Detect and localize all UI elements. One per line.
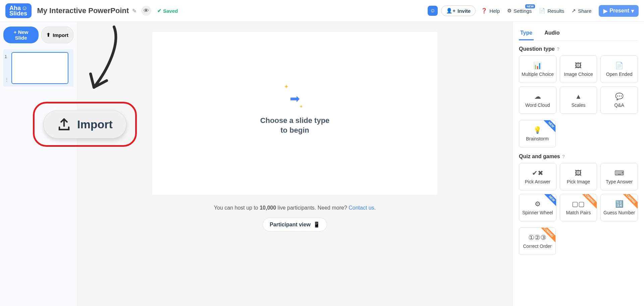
help-icon[interactable]: ?	[562, 154, 565, 159]
editor-canvas-area: ✦ ➡ ✦ Choose a slide typeto begin You ca…	[77, 22, 513, 306]
image-icon: 🖼	[575, 62, 582, 70]
type-correct-order[interactable]: ①②③Correct OrderCOMING	[519, 227, 556, 255]
participant-view-button[interactable]: Participant view 📱	[263, 218, 327, 231]
new-slide-button[interactable]: + New Slide	[3, 27, 39, 43]
help-icon[interactable]: ?	[557, 46, 560, 52]
chat-icon: 💬	[615, 92, 624, 100]
share-icon: ↗	[572, 8, 576, 14]
user-avatar[interactable]: ☺	[428, 6, 438, 16]
person-plus-icon: 👤+	[446, 8, 455, 14]
annotation-arrow-icon	[84, 24, 124, 91]
slide-item[interactable]: 1 ⋮	[3, 49, 73, 87]
type-scales[interactable]: ▲Scales	[560, 86, 597, 114]
type-image-choice[interactable]: 🖼Image Choice	[560, 55, 597, 83]
type-guess-number[interactable]: 🔢Guess NumberCOMING	[600, 194, 638, 221]
type-qa[interactable]: 💬Q&A	[600, 86, 638, 114]
order-icon: ①②③	[528, 233, 546, 242]
upload-icon	[57, 117, 71, 131]
section-quiz-games: Quiz and games?	[519, 154, 638, 160]
tab-audio[interactable]: Audio	[543, 27, 561, 40]
lightbulb-icon: 💡	[533, 126, 542, 134]
bar-chart-icon: 📊	[533, 61, 542, 70]
empty-state-text: Choose a slide typeto begin	[260, 116, 330, 135]
mobile-icon: 📱	[313, 221, 320, 228]
file-icon: 📄	[539, 8, 545, 14]
type-match-pairs[interactable]: ▢▢Match PairsCOMING	[560, 194, 597, 221]
new-badge: NEW	[525, 4, 535, 8]
sparkle-icon: ✦	[284, 83, 289, 90]
logo[interactable]: Aha☺ Slides	[5, 3, 32, 18]
image-icon: 🖼	[575, 169, 582, 177]
type-multiple-choice[interactable]: 📊Multiple Choice	[519, 55, 556, 83]
import-button[interactable]: ⬆ Import	[41, 27, 73, 43]
type-word-cloud[interactable]: ☁Word Cloud	[519, 86, 556, 114]
pairs-icon: ▢▢	[572, 200, 585, 208]
contact-link[interactable]: Contact us	[348, 205, 374, 211]
header-right: ☺ 👤+ Invite ❓Help ⚙Settings NEW 📄Results…	[428, 5, 639, 17]
cloud-icon: ☁	[534, 92, 541, 100]
sparkle-icon: ✦	[299, 104, 303, 109]
play-icon: ▶	[603, 8, 607, 14]
section-question-type: Question type?	[519, 46, 638, 52]
present-button[interactable]: ▶ Present ▾	[599, 5, 639, 17]
slide-canvas: ✦ ➡ ✦ Choose a slide typeto begin	[152, 32, 437, 195]
triangle-icon: ▲	[575, 93, 582, 100]
type-pick-image[interactable]: 🖼Pick Image	[560, 163, 597, 190]
chevron-down-icon: ▾	[631, 8, 634, 14]
import-callout: Import	[33, 102, 137, 147]
panel-tabs: Type Audio	[519, 27, 638, 41]
help-icon: ❓	[481, 8, 487, 14]
presentation-title[interactable]: My Interactive PowerPoint	[37, 6, 129, 15]
share-button[interactable]: ↗Share	[570, 6, 593, 15]
slide-number: 1	[5, 54, 9, 59]
tab-type[interactable]: Type	[519, 27, 534, 40]
host-info-text: You can host up to 10,000 live participa…	[214, 205, 376, 211]
slide-thumbnail[interactable]	[11, 52, 68, 84]
number-icon: 🔢	[615, 200, 624, 208]
check-icon: ✔	[157, 8, 162, 14]
type-brainstorm[interactable]: 💡Brainstorm NEW	[519, 120, 556, 147]
type-pick-answer[interactable]: ✔✖Pick Answer	[519, 163, 556, 190]
slide-panel: + New Slide ⬆ Import 1 ⋮	[0, 22, 77, 306]
help-button[interactable]: ❓Help	[479, 6, 502, 15]
check-x-icon: ✔✖	[532, 169, 543, 177]
type-spinner-wheel[interactable]: ⚙Spinner WheelNEW	[519, 194, 556, 221]
document-icon: 📄	[615, 61, 624, 70]
preview-icon[interactable]: 👁	[141, 6, 151, 16]
new-badge: NEW	[542, 120, 556, 134]
edit-icon[interactable]: ✎	[132, 8, 137, 14]
upload-icon: ⬆	[46, 32, 51, 38]
wheel-icon: ⚙	[535, 200, 541, 208]
arrow-illustration: ✦ ➡ ✦	[290, 92, 300, 106]
import-callout-button[interactable]: Import	[43, 110, 126, 138]
properties-panel: Type Audio Question type? 📊Multiple Choi…	[513, 22, 644, 306]
new-badge: NEW	[543, 194, 556, 208]
drag-handle-icon[interactable]: ⋮	[5, 77, 9, 82]
app-header: Aha☺ Slides My Interactive PowerPoint ✎ …	[0, 0, 644, 22]
gear-icon: ⚙	[507, 8, 512, 14]
results-button[interactable]: 📄Results	[537, 6, 566, 15]
type-type-answer[interactable]: ⌨Type Answer	[600, 163, 638, 190]
keyboard-icon: ⌨	[614, 169, 624, 177]
main-layout: + New Slide ⬆ Import 1 ⋮ ✦ ➡ ✦ Choose a …	[0, 22, 644, 306]
smiley-icon: ☺	[430, 8, 435, 14]
saved-status: ✔ Saved	[157, 8, 178, 14]
settings-button[interactable]: ⚙Settings NEW	[505, 6, 534, 15]
type-open-ended[interactable]: 📄Open Ended	[600, 55, 638, 83]
invite-button[interactable]: 👤+ Invite	[441, 5, 476, 16]
